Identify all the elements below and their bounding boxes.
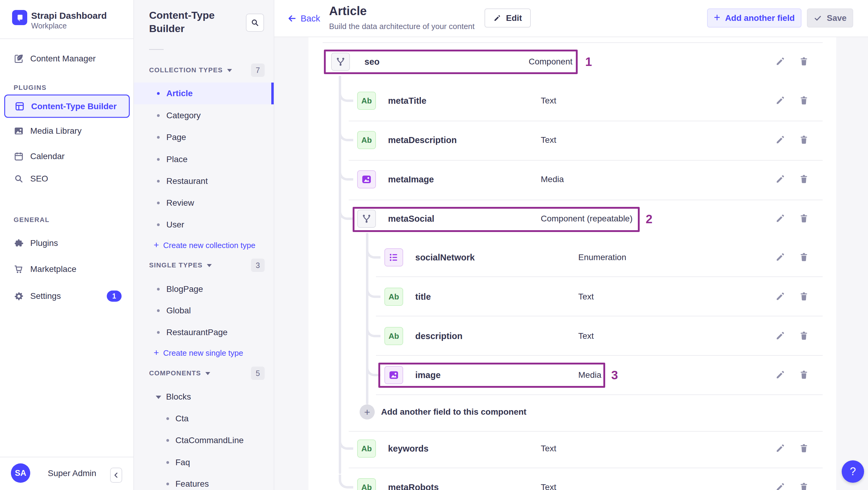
cart-icon bbox=[13, 264, 24, 274]
sidebar-item-label: Settings bbox=[30, 291, 61, 301]
back-link[interactable]: Back bbox=[287, 13, 320, 24]
field-type-icon component-icon bbox=[357, 210, 376, 228]
field-name: socialNetwork bbox=[415, 252, 475, 263]
count-badge: 5 bbox=[251, 367, 265, 380]
item-label: Review bbox=[166, 198, 194, 208]
sidebar-item-cta[interactable]: Cta bbox=[134, 408, 274, 429]
bullet-icon bbox=[157, 223, 160, 226]
avatar[interactable]: SA bbox=[11, 463, 30, 483]
edit-field-button[interactable] bbox=[774, 369, 786, 381]
sidebar-item-restaurant[interactable]: Restaurant bbox=[134, 170, 274, 192]
annotation-number-1: 1 bbox=[585, 55, 592, 69]
search-icon bbox=[13, 174, 24, 184]
delete-field-button[interactable] bbox=[798, 481, 810, 490]
sidebar-item-restaurantpage[interactable]: RestaurantPage bbox=[134, 321, 274, 343]
item-label: User bbox=[166, 220, 184, 229]
field-type-icon text-icon: Ab bbox=[357, 92, 376, 110]
bullet-icon bbox=[157, 180, 160, 183]
action-label: Create new collection type bbox=[163, 241, 255, 250]
item-label: Cta bbox=[176, 414, 189, 424]
section-title: COMPONENTS bbox=[149, 369, 201, 377]
sidebar-item-blogpage[interactable]: BlogPage bbox=[134, 278, 274, 300]
help-button[interactable]: ? bbox=[842, 460, 864, 483]
edit-field-button[interactable] bbox=[774, 442, 786, 455]
sidebar-item-calendar[interactable]: Calendar bbox=[0, 145, 133, 168]
sidebar-item-category[interactable]: Category bbox=[134, 105, 274, 126]
search-button[interactable] bbox=[246, 13, 264, 32]
field-type-icon component-icon bbox=[331, 53, 350, 71]
sidebar-item-user[interactable]: User bbox=[134, 214, 274, 236]
sidebar-item-seo[interactable]: SEO bbox=[0, 167, 133, 190]
sidebar-item-media-library[interactable]: Media Library bbox=[0, 120, 133, 143]
edit-field-button[interactable] bbox=[774, 213, 786, 225]
delete-field-button[interactable] bbox=[798, 330, 810, 342]
delete-field-button[interactable] bbox=[798, 442, 810, 455]
edit-field-button[interactable] bbox=[774, 95, 786, 107]
sidebar-item-content-manager[interactable]: Content Manager bbox=[0, 47, 133, 70]
sidebar-item-content-type-builder[interactable]: Content-Type Builder bbox=[4, 95, 130, 118]
annotation-number-2: 2 bbox=[646, 212, 652, 226]
delete-field-button[interactable] bbox=[798, 95, 810, 107]
field-row-metaRobots: AbmetaRobotsText bbox=[309, 468, 836, 490]
fields-list: seoComponentAbmetaTitleTextAbmetaDescrip… bbox=[309, 37, 836, 490]
section-header-collection-types[interactable]: COLLECTION TYPES bbox=[149, 66, 232, 74]
delete-field-button[interactable] bbox=[798, 251, 810, 264]
create-new-collection-type-link[interactable]: +Create new collection type bbox=[154, 240, 255, 250]
sidebar-item-article[interactable]: Article bbox=[134, 83, 274, 104]
edit-button[interactable]: Edit bbox=[485, 8, 531, 28]
section-title: SINGLE TYPES bbox=[149, 261, 203, 269]
sidebar-item-global[interactable]: Global bbox=[134, 300, 274, 321]
delete-field-button[interactable] bbox=[798, 134, 810, 146]
item-label: Page bbox=[166, 132, 186, 142]
item-label: BlogPage bbox=[166, 284, 203, 294]
field-name: metaImage bbox=[388, 175, 434, 184]
component-group-blocks[interactable]: Blocks bbox=[156, 392, 191, 402]
calendar-icon bbox=[13, 151, 24, 161]
add-another-field-button[interactable]: + Add another field bbox=[707, 8, 802, 28]
item-label: Restaurant bbox=[166, 176, 208, 186]
delete-field-button[interactable] bbox=[798, 213, 810, 225]
section-header-single-types[interactable]: SINGLE TYPES bbox=[149, 261, 212, 269]
field-type: Enumeration bbox=[578, 252, 626, 262]
edit-field-button[interactable] bbox=[774, 481, 786, 490]
sidebar-item-label: Content-Type Builder bbox=[31, 101, 117, 111]
edit-field-button[interactable] bbox=[774, 134, 786, 146]
bullet-icon bbox=[157, 136, 160, 139]
edit-field-button[interactable] bbox=[774, 173, 786, 185]
section-header-components[interactable]: COMPONENTS bbox=[149, 369, 210, 377]
sidebar-item-ctacommandline[interactable]: CtaCommandLine bbox=[134, 429, 274, 451]
edit-field-button[interactable] bbox=[774, 251, 786, 264]
delete-field-button[interactable] bbox=[798, 291, 810, 303]
field-row-metaDescription: AbmetaDescriptionText bbox=[309, 120, 836, 160]
field-name: metaSocial bbox=[388, 214, 434, 224]
bullet-icon bbox=[166, 483, 169, 486]
sidebar-item-review[interactable]: Review bbox=[134, 192, 274, 214]
sidebar-item-page[interactable]: Page bbox=[134, 126, 274, 148]
main-area: Back Article Build the data architecture… bbox=[274, 0, 868, 490]
puzzle-icon bbox=[13, 238, 24, 248]
delete-field-button[interactable] bbox=[798, 369, 810, 381]
add-field-to-component-label[interactable]: Add another field to this component bbox=[381, 407, 527, 417]
delete-field-button[interactable] bbox=[798, 173, 810, 185]
delete-field-button[interactable] bbox=[798, 56, 810, 68]
field-name: image bbox=[415, 370, 441, 380]
field-type-icon text-icon: Ab bbox=[357, 439, 376, 458]
sidebar-item-plugins[interactable]: Plugins bbox=[0, 232, 133, 255]
edit-field-button[interactable] bbox=[774, 330, 786, 342]
create-new-single-type-link[interactable]: +Create new single type bbox=[154, 347, 243, 358]
field-name: metaRobots bbox=[388, 483, 439, 490]
sidebar-item-place[interactable]: Place bbox=[134, 149, 274, 170]
collapse-sidebar-button[interactable] bbox=[110, 468, 122, 483]
sidebar-item-marketplace[interactable]: Marketplace bbox=[0, 258, 133, 281]
field-row-seo: seoComponent bbox=[309, 42, 836, 81]
field-row-keywords: AbkeywordsText bbox=[309, 429, 836, 468]
save-button[interactable]: Save bbox=[807, 8, 853, 28]
field-row-socialNetwork: socialNetworkEnumeration bbox=[309, 238, 836, 277]
add-field-to-component-button[interactable]: + bbox=[360, 404, 375, 420]
sidebar-item-faq[interactable]: Faq bbox=[134, 452, 274, 473]
plus-icon: + bbox=[154, 240, 159, 250]
sidebar-item-label: Marketplace bbox=[30, 264, 76, 274]
edit-field-button[interactable] bbox=[774, 291, 786, 303]
sidebar-item-features[interactable]: Features bbox=[134, 473, 274, 490]
edit-field-button[interactable] bbox=[774, 56, 786, 68]
